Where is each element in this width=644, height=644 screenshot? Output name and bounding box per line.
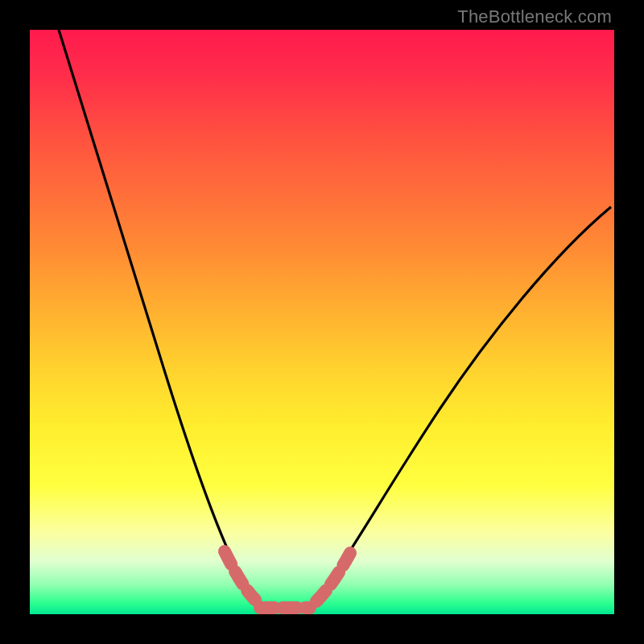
highlight-left: [225, 551, 255, 600]
chart-frame: TheBottleneck.com: [0, 0, 644, 644]
watermark-text: TheBottleneck.com: [457, 6, 612, 27]
highlight-right: [316, 553, 350, 601]
curve-svg: [30, 30, 614, 614]
bottleneck-curve: [59, 30, 611, 611]
